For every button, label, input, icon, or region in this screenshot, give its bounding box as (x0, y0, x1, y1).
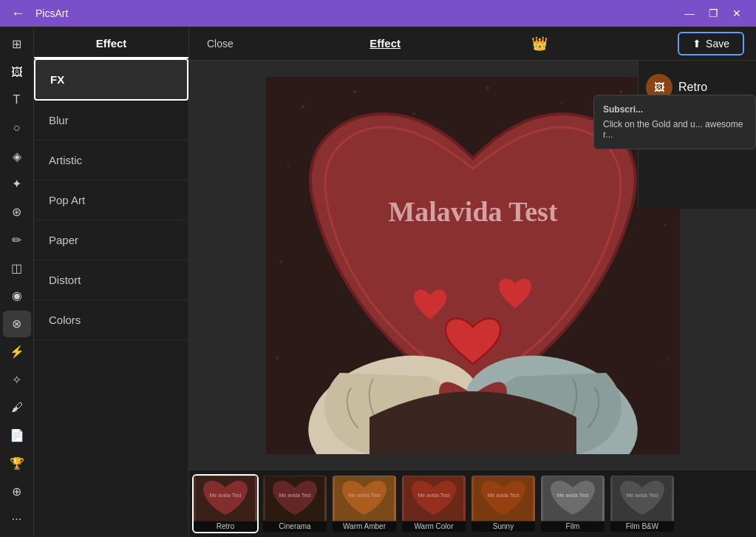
svg-point-13 (667, 357, 670, 359)
canvas-image: Malavida Test (189, 61, 756, 470)
svg-point-11 (664, 224, 666, 226)
svg-point-5 (560, 102, 562, 104)
icon-toolbar: ⊞🖼T○◈✦⊛✏◫◉⊗⚡✧🖌📄🏆⊕··· (0, 27, 34, 537)
thumbnail-preview-film-bw: Me avida Test (610, 476, 674, 521)
main-layout: ⊞🖼T○◈✦⊛✏◫◉⊗⚡✧🖌📄🏆⊕··· Effect FXBlurArtist… (0, 27, 756, 537)
svg-point-10 (279, 260, 282, 263)
effect-panel-header: Effect (34, 27, 188, 58)
svg-point-8 (287, 165, 289, 167)
thumbnail-label-warm-amber: Warm Amber (333, 521, 396, 532)
thumbnail-warm-color[interactable]: Me avida Test Warm Color (401, 474, 467, 533)
toolbar-icon-document[interactable]: 📄 (3, 422, 31, 449)
thumbnail-label-sunny: Sunny (471, 521, 535, 532)
toolbar-icon-effects[interactable]: ✦ (3, 171, 31, 197)
save-label: Save (706, 38, 729, 50)
window-controls: — ❐ ✕ (679, 3, 747, 24)
svg-text:Me avida Test: Me avida Test (556, 493, 588, 498)
toolbar-icon-text[interactable]: T (3, 87, 31, 114)
toolbar-icon-share2[interactable]: ⊕ (3, 479, 31, 505)
titlebar: ← PicsArt — ❐ ✕ (0, 0, 756, 27)
svg-point-1 (302, 105, 304, 108)
svg-text:Me avida Test: Me avida Test (626, 493, 658, 498)
svg-text:Me avida Test: Me avida Test (209, 493, 241, 498)
thumbnail-film[interactable]: Me avida Test Film (539, 474, 606, 533)
svg-point-12 (276, 357, 279, 359)
maximize-button[interactable]: ❐ (703, 3, 723, 24)
effect-item-artistic[interactable]: Artistic (34, 141, 188, 180)
toolbar-icon-sparkle[interactable]: ✧ (3, 366, 31, 393)
svg-text:Me avida Test: Me avida Test (487, 493, 519, 498)
share-icon: ⬆ (692, 38, 701, 50)
toolbar-icon-paint[interactable]: 🖌 (3, 394, 31, 421)
svg-point-6 (619, 90, 622, 93)
thumbnail-film-bw[interactable]: Me avida Test Film B&W (609, 474, 675, 533)
subscribe-title: Subscri... (603, 104, 746, 115)
svg-text:Me avida Test: Me avida Test (348, 493, 380, 498)
thumbnail-retro[interactable]: Me avida Test Retro (192, 474, 259, 533)
effect-item-distort[interactable]: Distort (34, 260, 188, 300)
toolbar-icon-more[interactable]: ··· (3, 506, 31, 533)
close-window-button[interactable]: ✕ (726, 3, 747, 24)
effect-item-pop-art[interactable]: Pop Art (34, 180, 188, 220)
thumbnail-preview-warm-amber: Me avida Test (333, 476, 396, 521)
effect-item-blur[interactable]: Blur (34, 101, 188, 141)
canvas-area: Close Effect 👑 ⬆ Save (189, 27, 756, 537)
toolbar-icon-grid[interactable]: ⊞ (3, 31, 31, 58)
svg-point-2 (353, 90, 356, 93)
toolbar-icon-wand[interactable]: ⚡ (3, 339, 31, 365)
thumbnail-label-cinerama: Cinerama (263, 521, 327, 532)
svg-text:Me avida Test: Me avida Test (418, 493, 449, 498)
canvas-topbar: Close Effect 👑 ⬆ Save (189, 27, 756, 61)
close-editor-button[interactable]: Close (201, 35, 239, 53)
thumbnail-preview-sunny: Me avida Test (471, 476, 535, 521)
right-sidebar: 🖼 Retro ⚙ Settings Subscri... Click on t… (638, 61, 756, 209)
svg-text:Malavida Test: Malavida Test (388, 196, 557, 227)
app-title: PicsArt (35, 7, 68, 19)
retro-label: Retro (678, 81, 707, 94)
effect-panel: Effect FXBlurArtisticPop ArtPaperDistort… (34, 27, 189, 537)
thumbnail-preview-warm-color: Me avida Test (402, 476, 466, 521)
thumbnail-preview-retro: Me avida Test (194, 476, 257, 521)
toolbar-icon-image[interactable]: 🖼 (3, 59, 31, 86)
crown-icon: 👑 (531, 36, 548, 52)
effect-item-fx[interactable]: FX (34, 58, 188, 101)
effect-list: FXBlurArtisticPop ArtPaperDistortColors (34, 58, 188, 537)
toolbar-icon-magic[interactable]: ⊛ (3, 199, 31, 226)
thumbnail-label-film-bw: Film B&W (610, 521, 674, 532)
svg-point-3 (412, 113, 415, 115)
effect-item-paper[interactable]: Paper (34, 220, 188, 260)
save-button[interactable]: ⬆ Save (678, 32, 744, 55)
thumbnail-preview-film: Me avida Test (541, 476, 605, 521)
subscribe-tooltip: Subscri... Click on the Gold and u... aw… (593, 95, 756, 149)
effect-item-colors[interactable]: Colors (34, 300, 188, 340)
toolbar-icon-trophy[interactable]: 🏆 (3, 450, 31, 477)
subscribe-text: Click on the Gold and u... awesome r... (603, 119, 746, 140)
svg-text:Me avida Test: Me avida Test (279, 493, 310, 498)
thumbnail-strip: Me avida Test Retro Me avida Test Cinera… (189, 470, 756, 537)
thumbnail-sunny[interactable]: Me avida Test Sunny (470, 474, 537, 533)
toolbar-icon-pen[interactable]: ✏ (3, 226, 31, 253)
thumbnail-warm-amber[interactable]: Me avida Test Warm Amber (331, 474, 398, 533)
toolbar-icon-layers[interactable]: ◫ (3, 254, 31, 281)
thumbnail-label-film: Film (541, 521, 605, 532)
toolbar-icon-mask[interactable]: ⊗ (3, 311, 31, 337)
thumbnail-preview-cinerama: Me avida Test (263, 476, 327, 521)
toolbar-icon-sticker[interactable]: ◈ (3, 143, 31, 169)
thumbnail-label-warm-color: Warm Color (402, 521, 466, 532)
toolbar-icon-color[interactable]: ◉ (3, 283, 31, 309)
thumbnail-cinerama[interactable]: Me avida Test Cinerama (262, 474, 328, 533)
back-button[interactable]: ← (9, 4, 27, 22)
effect-mode-label: Effect (370, 37, 401, 50)
svg-point-4 (486, 87, 489, 90)
thumbnail-label-retro: Retro (194, 521, 257, 532)
toolbar-icon-brush[interactable]: ○ (3, 115, 31, 141)
minimize-button[interactable]: — (679, 3, 700, 24)
